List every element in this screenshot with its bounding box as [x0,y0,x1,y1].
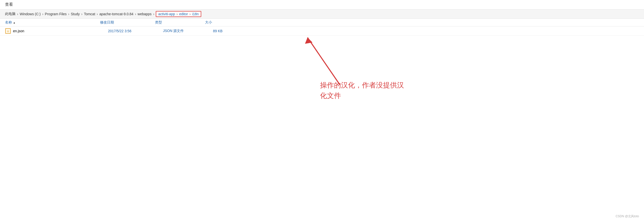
top-bar-label: 查看 [5,2,13,6]
sep-5: › [135,12,136,16]
sep-3: › [81,12,82,16]
annotation-text: 操作的汉化，作者没提供汉 化文件 [320,80,404,101]
sep-h1: › [176,12,178,16]
annotation-line1: 操作的汉化，作者没提供汉 [320,80,404,90]
file-type-cell: JSON 源文件 [163,29,213,33]
breadcrumb-editor: editor [179,12,188,16]
file-date: 2017/5/22 3:56 [108,29,131,33]
table-row[interactable]: {} en.json 2017/5/22 3:56 JSON 源文件 89 KB [0,26,644,36]
annotation-arrow [300,35,350,85]
csdn-watermark: CSDN @北风toto [616,214,639,218]
breadcrumb-drive[interactable]: Windows (C:) [20,12,41,16]
breadcrumb-bar: 此电脑 › Windows (C:) › Program Files › Stu… [0,10,644,19]
breadcrumb-programfiles[interactable]: Program Files [45,12,66,16]
col-header-type[interactable]: 类型 [155,20,205,25]
col-header-name[interactable]: 名称 ▲ [5,20,100,25]
file-name: en.json [13,29,24,33]
file-icon: {} [5,28,11,34]
breadcrumb-highlighted[interactable]: activiti-app › editor › i18n [156,11,201,17]
file-date-cell: 2017/5/22 3:56 [108,29,163,33]
sep-1: › [42,12,44,16]
sep-4: › [97,12,98,16]
breadcrumb-activiti: activiti-app [158,12,175,16]
sep-h2: › [190,12,191,16]
sort-arrow-icon: ▲ [13,21,16,24]
breadcrumb-tomcat[interactable]: Tomcat [84,12,95,16]
breadcrumb-thispc[interactable]: 此电脑 [5,12,16,16]
breadcrumb-apache[interactable]: apache-tomcat-9.0.84 [99,12,133,16]
json-file-icon: {} [5,28,11,34]
file-list-header: 名称 ▲ 修改日期 类型 大小 [0,19,644,26]
sep-6: › [153,12,154,16]
breadcrumb-webapps[interactable]: webapps [138,12,152,16]
top-bar: 查看 [0,0,644,10]
col-header-date[interactable]: 修改日期 [100,20,155,25]
sep-2: › [68,12,70,16]
sep-0: › [17,12,18,16]
breadcrumb-i18n: i18n [192,12,198,16]
file-size: 89 KB [213,29,222,33]
annotation-line2: 化文件 [320,90,404,101]
file-name-cell: en.json [13,29,108,33]
file-size-cell: 89 KB [213,29,263,33]
svg-line-0 [308,38,340,85]
breadcrumb-study[interactable]: Study [71,12,80,16]
col-header-size[interactable]: 大小 [205,20,255,25]
file-type: JSON 源文件 [163,29,184,33]
